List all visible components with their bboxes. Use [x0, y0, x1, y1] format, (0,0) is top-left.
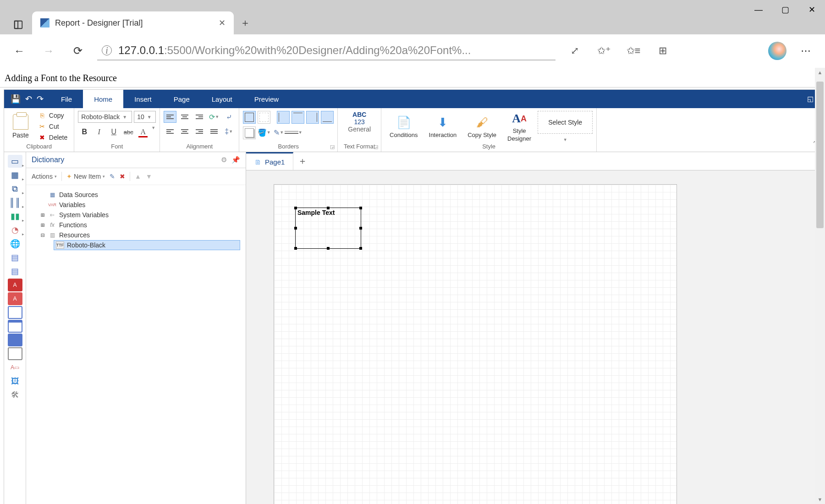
tool-footer[interactable] — [8, 320, 22, 333]
tool-copy[interactable]: ⧉▸ — [8, 182, 22, 195]
text-format-dialog-launcher[interactable]: ◲ — [374, 144, 378, 150]
tool-chart[interactable]: ▮▮▸ — [8, 210, 22, 223]
text-component-selected[interactable]: Sample Text — [295, 208, 361, 249]
strike-button[interactable]: abc — [122, 126, 135, 138]
undo-icon[interactable]: ↶ — [25, 94, 32, 104]
font-size-select[interactable]: 10▼ — [134, 111, 156, 123]
border-none-button[interactable] — [258, 111, 270, 124]
tool-barcode[interactable]: ║║▸ — [8, 196, 22, 209]
ribbon-tab-layout[interactable]: Layout — [201, 90, 243, 108]
page-scrollbar[interactable]: ▲ ▼ — [815, 68, 825, 504]
text-format-button[interactable]: ABC 123 General — [341, 111, 377, 142]
back-button[interactable]: ← — [9, 41, 29, 61]
actions-menu[interactable]: Actions ▾ — [32, 173, 57, 180]
italic-button[interactable]: I — [93, 126, 105, 138]
underline-button[interactable]: U — [107, 126, 120, 138]
tool-text[interactable]: ▤ — [8, 251, 22, 264]
browser-tab-active[interactable]: Report - Designer [Trial] ✕ — [32, 11, 234, 34]
browser-menu-button[interactable]: ⋯ — [796, 41, 816, 61]
interaction-button[interactable]: ⬇Interaction — [424, 115, 462, 138]
tree-functions[interactable]: ⊞fxFunctions — [32, 220, 240, 230]
style-gallery-caret[interactable]: ▼ — [563, 137, 567, 142]
minimize-button[interactable]: ― — [745, 0, 772, 19]
favorites-icon[interactable]: ✩≡ — [623, 41, 644, 61]
align-top-center-button[interactable] — [178, 111, 191, 123]
dictionary-settings-icon[interactable]: ⚙ — [221, 156, 227, 164]
border-right-button[interactable] — [306, 111, 319, 124]
scroll-down-button[interactable]: ▼ — [815, 497, 825, 502]
tab-overview-button[interactable] — [5, 15, 32, 34]
tree-resources[interactable]: ⊟▥Resources — [32, 230, 240, 240]
new-tab-button[interactable]: ＋ — [234, 11, 257, 34]
ribbon-tab-insert[interactable]: Insert — [123, 90, 163, 108]
paste-button[interactable]: Paste — [8, 111, 33, 142]
copy-style-button[interactable]: 🖌Copy Style — [463, 115, 501, 138]
tool-image[interactable]: A — [8, 279, 22, 291]
ribbon-tab-file[interactable]: File — [50, 90, 83, 108]
cut-button[interactable]: ✂Cut — [35, 122, 70, 131]
align-top-left-button[interactable] — [164, 111, 176, 123]
border-all-button[interactable] — [243, 111, 256, 124]
move-up-button[interactable]: ▲ — [135, 173, 141, 180]
wrap-button[interactable]: ⤶ — [222, 111, 235, 123]
tool-header[interactable] — [8, 306, 22, 319]
align-top-right-button[interactable] — [193, 111, 206, 123]
url-input[interactable]: i 127.0.0.1:5500/Working%20with%20Design… — [97, 41, 556, 60]
delete-button[interactable]: ✖Delete — [35, 133, 70, 142]
tab-close-button[interactable]: ✕ — [219, 18, 226, 28]
collections-icon[interactable]: ⊞ — [653, 41, 673, 61]
report-page[interactable]: Sample Text al — [274, 184, 677, 504]
shadow-button[interactable] — [243, 126, 256, 139]
move-down-button[interactable]: ▼ — [146, 173, 152, 180]
zoom-icon[interactable]: ⤢ — [565, 41, 585, 61]
tool-panel[interactable]: A — [8, 292, 22, 305]
scroll-up-button[interactable]: ▲ — [815, 70, 825, 75]
border-left-button[interactable] — [277, 111, 290, 124]
tool-table[interactable] — [8, 347, 22, 360]
align-right-button[interactable] — [193, 126, 206, 137]
fill-color-button[interactable]: 🪣▼ — [258, 126, 270, 138]
tree-resource-roboto-black[interactable]: TTFRoboto-Black — [54, 240, 240, 250]
profile-avatar[interactable] — [768, 42, 786, 60]
tool-map[interactable]: 🌐 — [8, 237, 22, 250]
save-icon[interactable]: 💾 — [11, 94, 21, 104]
ribbon-tab-home[interactable]: Home — [83, 90, 123, 108]
tool-settings[interactable]: 🛠 — [8, 389, 22, 401]
border-bottom-button[interactable] — [321, 111, 334, 124]
border-color-button[interactable]: ✎▼ — [272, 126, 285, 138]
line-spacing-button[interactable]: ‡▼ — [222, 126, 235, 137]
font-color-button[interactable]: A — [137, 126, 149, 138]
scroll-thumb[interactable] — [816, 82, 824, 228]
edit-item-button[interactable]: ✎ — [110, 173, 115, 180]
refresh-button[interactable]: ⟳ — [68, 41, 88, 61]
align-justify-button[interactable] — [208, 126, 220, 137]
add-page-button[interactable]: ＋ — [293, 152, 312, 170]
border-style-button[interactable]: ▼ — [287, 126, 300, 138]
page-tab-page1[interactable]: 🗎Page1 — [246, 152, 293, 170]
delete-item-button[interactable]: ✖ — [120, 173, 125, 180]
tool-gauge[interactable]: ◔▸ — [8, 224, 22, 236]
tool-band[interactable]: ▭▸ — [8, 155, 22, 168]
canvas-scroll[interactable]: Sample Text al — [246, 170, 821, 504]
conditions-button[interactable]: 📄Conditions — [385, 115, 422, 138]
tree-variables[interactable]: VARVariables — [32, 200, 240, 210]
tool-richtext[interactable]: ▤ — [8, 265, 22, 278]
forward-button[interactable]: → — [38, 41, 59, 61]
tool-data[interactable] — [8, 334, 22, 346]
border-top-button[interactable] — [292, 111, 304, 124]
tool-picture[interactable]: 🖼 — [8, 375, 22, 388]
ribbon-tab-page[interactable]: Page — [163, 90, 201, 108]
dictionary-pin-icon[interactable]: 📌 — [231, 156, 240, 164]
tool-label[interactable]: A▭ — [8, 361, 22, 374]
style-designer-button[interactable]: AAStyleDesigner — [503, 111, 536, 142]
bold-button[interactable]: B — [78, 126, 91, 138]
maximize-button[interactable]: ▢ — [772, 0, 798, 19]
site-info-icon[interactable]: i — [102, 45, 112, 55]
align-left-button[interactable] — [164, 126, 176, 137]
font-name-select[interactable]: Roboto-Black▼ — [78, 111, 132, 123]
tool-cross-band[interactable]: ▦▸ — [8, 169, 22, 181]
close-window-button[interactable]: ✕ — [798, 0, 825, 19]
ribbon-tab-preview[interactable]: Preview — [243, 90, 290, 108]
select-style-button[interactable]: Select Style — [538, 111, 593, 134]
redo-icon[interactable]: ↷ — [37, 94, 44, 104]
